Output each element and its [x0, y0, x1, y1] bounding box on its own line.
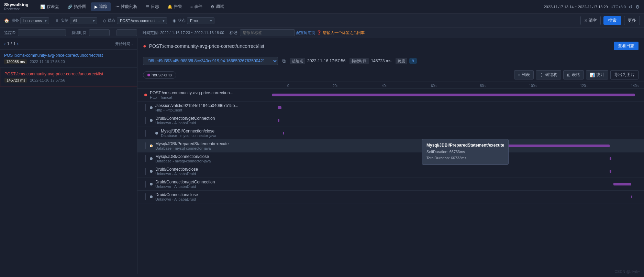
- more-button[interactable]: 更多: [624, 16, 640, 25]
- trace-item-0[interactable]: POST:/cms-community-avg-price-correct/un…: [0, 50, 137, 68]
- span-dot-container: [148, 195, 154, 198]
- prev-page-btn[interactable]: ‹: [4, 41, 6, 46]
- span-row[interactable]: Mysql/JDBI/PreparedStatement/execute Dat…: [137, 140, 644, 152]
- status-icon: ◉: [173, 18, 176, 23]
- ruler-tick: 20s: [333, 84, 338, 88]
- span-label: 跨度: [396, 58, 407, 64]
- copy-icon[interactable]: ⧉: [282, 58, 286, 64]
- span-dot-container: [148, 183, 154, 185]
- span-indent: [143, 181, 154, 188]
- span-row[interactable]: Druid/Connection/close Unknown - Alibaba…: [137, 191, 644, 203]
- ruler-ticks: 020s40s60s80s100s120s140s: [287, 84, 639, 88]
- table-view-label: 表格: [572, 72, 580, 78]
- nav-alarm[interactable]: 🔔 告警: [164, 2, 186, 11]
- span-row[interactable]: POST:/cms-community-avg-price-correct/un…: [137, 89, 644, 102]
- sort-icon: ↓: [131, 42, 133, 46]
- sort-button[interactable]: 开始时间 ↓: [115, 41, 133, 46]
- span-row[interactable]: Druid/Connection/getConnection Unknown -…: [137, 178, 644, 191]
- trace-id-input[interactable]: [18, 29, 66, 36]
- span-connector: [143, 130, 148, 137]
- view-log-button[interactable]: 查看日志: [614, 42, 639, 50]
- instance-filter: 🖥 实例 All ▼: [55, 17, 97, 24]
- span-dot: [150, 183, 153, 185]
- refresh-icon[interactable]: ↺: [629, 4, 633, 10]
- duration-label: 持续时间: [349, 58, 369, 64]
- table-view-btn[interactable]: ⊞ 表格: [563, 70, 584, 79]
- instance-select[interactable]: All: [70, 17, 97, 24]
- span-service: Database - mysql-connector-java: [161, 134, 283, 138]
- tag-input[interactable]: [240, 29, 295, 36]
- span-row[interactable]: /session/valid/d921bf4e11ff4cb040967b15b…: [137, 102, 644, 114]
- trace-area: 020s40s60s80s100s120s140s POST:/cms-comm…: [137, 82, 644, 274]
- trace-id-row: f08bed9d393a45e98835b8ce340ec919,94.1668…: [137, 54, 644, 68]
- endpoint-select[interactable]: POST:/cms-communit...: [117, 17, 167, 24]
- span-service: Unknown - AlibabaDruid: [155, 197, 278, 201]
- span-row[interactable]: Mysql/JDBI/Connection/close Database - m…: [137, 127, 644, 140]
- span-name: Druid/Connection/close: [155, 192, 278, 197]
- span-bar-area: [278, 168, 639, 175]
- service-filter: 🏠 服务 house-cms ▼: [4, 17, 49, 24]
- span-info: Druid/Connection/close Unknown - Alibaba…: [154, 192, 278, 201]
- next-page-btn[interactable]: ›: [17, 41, 19, 46]
- service-select[interactable]: house-cms: [20, 17, 49, 24]
- span-bar-area: [278, 155, 639, 162]
- list-view-btn[interactable]: ≡ 列表: [514, 70, 534, 79]
- span-indent: [143, 155, 154, 162]
- span-bar-area: [272, 92, 639, 98]
- nav-trace[interactable]: ▶ 追踪: [91, 2, 111, 11]
- trace-duration-1: 145723 ms: [4, 78, 27, 83]
- clear-label: 清空: [589, 18, 597, 23]
- nav-profiling[interactable]: 〜 性能剖析: [112, 2, 141, 11]
- span-info: Druid/Connection/getConnection Unknown -…: [154, 180, 278, 189]
- span-bar-area: [278, 193, 639, 200]
- nav-alarm-label: 告警: [174, 4, 182, 10]
- top-nav: Skywalking Rocketbot 📊 仪表盘 🔗 拓扑图 ▶ 追踪 〜 …: [0, 0, 644, 14]
- trace-path-0: POST:/cms-community-avg-price-correct/un…: [4, 53, 133, 58]
- service-label: 服务: [11, 18, 19, 23]
- span-row[interactable]: Mysql/JDBI/Connection/close Database - m…: [137, 152, 644, 165]
- trace-item-1[interactable]: POST:/cms-community-avg-price-correct/un…: [0, 68, 137, 86]
- search-button[interactable]: 搜索: [603, 16, 621, 25]
- trace-time-0: 2022-11-16 17:58:20: [30, 60, 65, 64]
- export-button[interactable]: 导出为图片: [610, 70, 639, 79]
- span-bar: [272, 94, 635, 96]
- span-dot: [150, 157, 153, 160]
- span-info: Druid/Connection/getConnection Unknown -…: [154, 116, 278, 125]
- span-row[interactable]: Druid/Connection/getConnection Unknown -…: [137, 114, 644, 127]
- start-label: 起始点: [290, 58, 305, 64]
- duration-min-input[interactable]: [89, 29, 110, 36]
- duration-max-input[interactable]: [116, 29, 137, 36]
- nav-event-label: 事件: [194, 4, 202, 10]
- nav-log[interactable]: ☰ 日志: [142, 2, 163, 11]
- span-row[interactable]: Druid/Connection/close Unknown - Alibaba…: [137, 165, 644, 178]
- span-bar: [631, 195, 632, 198]
- service-tag: house-cms: [143, 71, 176, 79]
- nav-event[interactable]: ≡ 事件: [187, 2, 206, 11]
- stats-view-btn[interactable]: 📊 统计: [586, 70, 608, 79]
- tree-view-btn[interactable]: ⋮ 树结构: [536, 70, 561, 79]
- span-dot-container: [154, 132, 159, 135]
- ruler-tick: 60s: [431, 84, 436, 88]
- stats-view-label: 统计: [596, 72, 604, 78]
- span-info: /session/valid/d921bf4e11ff4cb040967b15b…: [154, 103, 278, 112]
- nav-dashboard[interactable]: 📊 仪表盘: [37, 2, 63, 11]
- nav-debug[interactable]: ⚙ 调试: [207, 2, 227, 11]
- service-icon: 🏠: [4, 18, 9, 23]
- trace-id-select[interactable]: f08bed9d393a45e98835b8ce340ec919,94.1668…: [143, 57, 278, 65]
- span-service: Unknown - AlibabaDruid: [155, 172, 278, 176]
- span-dot-container: [148, 145, 154, 147]
- status-select[interactable]: Error: [187, 17, 214, 24]
- instance-icon: 🖥: [55, 18, 59, 23]
- span-connector: [143, 193, 148, 200]
- span-dot: [150, 119, 153, 122]
- span-connector: [143, 155, 148, 162]
- config-link[interactable]: 配置词汇页: [296, 30, 315, 35]
- timeline-ruler: 020s40s60s80s100s120s140s: [137, 82, 644, 89]
- nav-dashboard-label: 仪表盘: [47, 4, 59, 10]
- settings-icon[interactable]: ⚙: [635, 4, 640, 10]
- nav-topology[interactable]: 🔗 拓扑图: [64, 2, 90, 11]
- clear-button[interactable]: ✕ 清空: [580, 16, 601, 25]
- endpoint-label: 端点: [108, 18, 115, 23]
- sort-label: 开始时间: [115, 41, 130, 46]
- left-header: ‹ 1 / 1 › 开始时间 ↓: [0, 38, 137, 50]
